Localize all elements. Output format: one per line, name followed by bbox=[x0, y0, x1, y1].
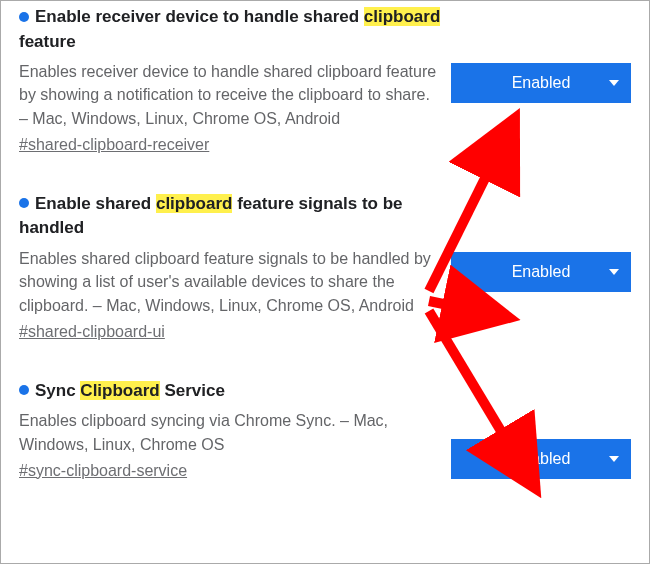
flag-description: Enables shared clipboard feature signals… bbox=[19, 247, 441, 317]
flag-text-block: Enable shared clipboard feature signals … bbox=[19, 192, 451, 341]
flag-control: Enabled bbox=[451, 379, 631, 479]
modified-dot-icon bbox=[19, 385, 29, 395]
flag-title: Enable receiver device to handle shared … bbox=[19, 5, 441, 54]
modified-dot-icon bbox=[19, 12, 29, 22]
flag-select[interactable]: Enabled bbox=[451, 439, 631, 479]
flag-anchor-link[interactable]: #shared-clipboard-receiver bbox=[19, 136, 209, 154]
flag-text-block: Enable receiver device to handle shared … bbox=[19, 5, 451, 154]
title-highlight: clipboard bbox=[156, 194, 233, 213]
select-value: Enabled bbox=[512, 74, 571, 92]
flag-control: Enabled bbox=[451, 192, 631, 292]
flag-anchor-link[interactable]: #sync-clipboard-service bbox=[19, 462, 187, 480]
flag-text-block: Sync Clipboard Service Enables clipboard… bbox=[19, 379, 451, 480]
flag-control: Enabled bbox=[451, 5, 631, 103]
flag-description: Enables receiver device to handle shared… bbox=[19, 60, 441, 130]
chevron-down-icon bbox=[609, 456, 619, 462]
title-post: feature bbox=[19, 32, 76, 51]
flag-anchor-link[interactable]: #shared-clipboard-ui bbox=[19, 323, 165, 341]
flag-item: Enable shared clipboard feature signals … bbox=[19, 192, 631, 341]
chevron-down-icon bbox=[609, 269, 619, 275]
flag-item: Enable receiver device to handle shared … bbox=[19, 5, 631, 154]
select-value: Enabled bbox=[512, 450, 571, 468]
flag-item: Sync Clipboard Service Enables clipboard… bbox=[19, 379, 631, 480]
flag-description: Enables clipboard syncing via Chrome Syn… bbox=[19, 409, 441, 455]
title-highlight: Clipboard bbox=[80, 381, 159, 400]
select-value: Enabled bbox=[512, 263, 571, 281]
flag-title: Sync Clipboard Service bbox=[19, 379, 441, 404]
title-pre: Enable shared bbox=[35, 194, 156, 213]
title-pre: Enable receiver device to handle shared bbox=[35, 7, 364, 26]
flag-select[interactable]: Enabled bbox=[451, 252, 631, 292]
title-pre: Sync bbox=[35, 381, 80, 400]
title-post: Service bbox=[160, 381, 225, 400]
modified-dot-icon bbox=[19, 198, 29, 208]
flag-select[interactable]: Enabled bbox=[451, 63, 631, 103]
title-highlight: clipboard bbox=[364, 7, 441, 26]
chevron-down-icon bbox=[609, 80, 619, 86]
flags-panel: Enable receiver device to handle shared … bbox=[0, 0, 650, 564]
flag-title: Enable shared clipboard feature signals … bbox=[19, 192, 441, 241]
